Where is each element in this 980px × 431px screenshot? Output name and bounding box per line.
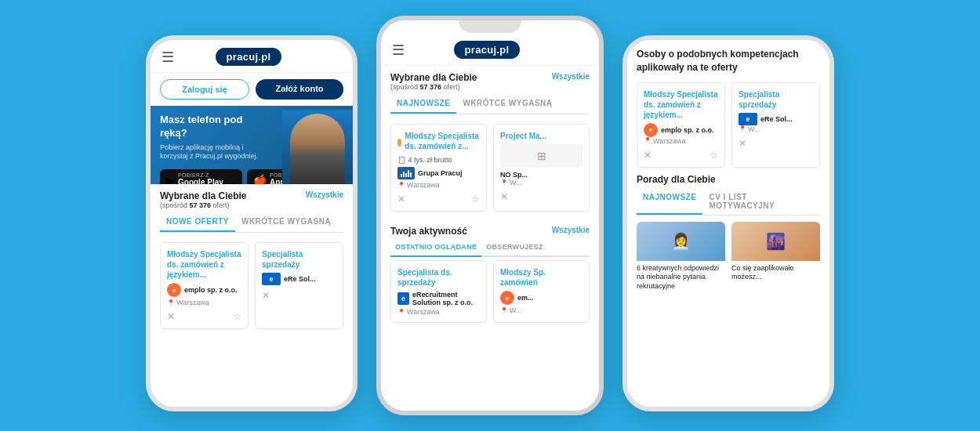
dismiss-icon-left-1[interactable]: ✕	[167, 311, 175, 322]
advice-image-2: 🌆	[731, 222, 820, 261]
activity-job-title-1: Specjalista ds. sprzedaży	[397, 267, 480, 288]
bar-3	[405, 173, 407, 177]
erecruiter-activity-logo: e	[397, 292, 409, 305]
right-offer-card-1[interactable]: Młodszy Specjalista ds. zamówień z język…	[637, 82, 725, 168]
right-company-row-1: e emplo sp. z o.o.	[644, 123, 718, 137]
tab-new-offers[interactable]: NOWE OFERTY	[160, 214, 235, 232]
job-title-center-1: Młodszy Specjalista ds. zamówień z...	[405, 131, 480, 151]
section-title-left: Wybrane dla Ciebie (spośród 57 376 ofert…	[160, 190, 246, 209]
porady-title: Porady dla Ciebie	[637, 174, 820, 185]
pin-icon-right-2: 📍	[739, 125, 746, 132]
porady-tabs: NAJNOWSZE CV I LIST MOTYWACYJNY	[637, 190, 820, 216]
star-icon-left-1[interactable]: ☆	[233, 311, 241, 322]
link-all-center[interactable]: Wszystkie	[552, 72, 590, 81]
activity-job-title-2: Młodszy Sp. zamówień	[500, 267, 583, 288]
advice-caption-2: Co się zaaplikowało możesz...	[731, 261, 820, 285]
section-header-center: Wybrane dla Ciebie (spośród 57 376 ofert…	[390, 72, 590, 91]
emplo-logo-right-1: e	[644, 123, 658, 137]
pin-icon-center-1: 📍	[397, 182, 405, 189]
job-salary-center-1: 📋 4 tys. zł brutto	[397, 156, 480, 164]
pin-icon-center-2: 📍	[500, 179, 508, 187]
pin-icon-activity-2: 📍	[500, 307, 508, 314]
tab-najnowsze-right[interactable]: NAJNOWSZE	[637, 190, 702, 215]
tabs-row-left: NOWE OFERTY WKRÓTCE WYGASNĄ	[160, 214, 343, 233]
hamburger-icon-left[interactable]: ☰	[162, 49, 174, 66]
phone-center-header: ☰ pracuj.pl	[381, 33, 599, 66]
offers-section-left: Wybrane dla Ciebie (spośród 57 376 ofert…	[151, 184, 353, 236]
apple-icon: 🍎	[253, 174, 267, 184]
job-card-left-1[interactable]: Młodszy Specjalista ds. zamówień z język…	[160, 242, 249, 329]
tab-recently-viewed[interactable]: OSTATNIO OGLĄDANE	[390, 240, 481, 257]
tabs-row-center: NAJNOWSZE WKRÓTCE WYGASNĄ	[390, 96, 590, 114]
offers-section-center: Wybrane dla Ciebie (spośród 57 376 ofert…	[381, 66, 599, 118]
location-center-2: 📍 W...	[500, 179, 583, 187]
phone-left-header: ☰ pracuj.pl	[151, 40, 353, 73]
advice-image-card-1[interactable]: 👩‍💼 6 kreatywnych odpowiedzi na niebanal…	[637, 222, 725, 295]
phone-center: ☰ pracuj.pl Wybrane dla Ciebie (spośród …	[376, 16, 604, 415]
company-name-left-1: emplo sp. z o.o.	[184, 286, 238, 294]
job-card-left-2[interactable]: Specjalista sprzedaży e eRe Sol... ✕	[255, 242, 343, 329]
activity-section-center: Twoja aktywność Wszystkie OSTATNIO OGLĄD…	[381, 219, 599, 260]
register-button[interactable]: Załóż konto	[256, 79, 343, 100]
google-play-badge[interactable]: ▶ POBIERZ Z Google Play	[160, 169, 242, 184]
advice-image-person-1: 👩‍💼	[671, 232, 691, 251]
pin-icon-right-1: 📍	[644, 137, 652, 144]
right-offers-cards: Młodszy Specjalista ds. zamówień z język…	[637, 82, 820, 168]
company-row-left-2: e eRe Sol...	[262, 273, 336, 285]
person-silhouette	[290, 114, 345, 184]
bar-2	[403, 172, 405, 177]
activity-cards-center: Specjalista ds. sprzedaży e eRecruitment…	[381, 260, 599, 329]
phone-notch	[459, 20, 521, 33]
activity-card-1[interactable]: Specjalista ds. sprzedaży e eRecruitment…	[390, 260, 487, 323]
right-offer-title-2: Specjalista sprzedaży	[739, 89, 813, 110]
section-titles-center: Wybrane dla Ciebie (spośród 57 376 ofert…	[390, 72, 477, 91]
activity-card-2[interactable]: Młodszy Sp. zamówień e em... 📍 W...	[493, 260, 590, 323]
company-name-left-2: eRe Sol...	[284, 275, 316, 283]
location-left-1: 📍 Warszawa	[167, 299, 241, 306]
google-play-name: Google Play	[178, 178, 223, 184]
login-button[interactable]: Zaloguj się	[160, 79, 249, 100]
job-title-center-2: Project Ma...	[500, 131, 583, 141]
hamburger-icon-center[interactable]: ☰	[392, 42, 405, 59]
activity-company-name-2: em...	[517, 294, 534, 302]
dismiss-icon-right-1[interactable]: ✕	[644, 150, 652, 161]
star-icon-center-1[interactable]: ☆	[471, 194, 480, 205]
right-offer-card-2[interactable]: Specjalista sprzedaży e eRe Sol... 📍 W..…	[731, 82, 820, 168]
logo-bars	[401, 169, 412, 177]
starred-dot-center	[397, 139, 401, 147]
star-icon-right-1[interactable]: ☆	[710, 150, 718, 161]
grupapracuj-logo-center	[397, 167, 415, 179]
emplo-activity-logo: e	[500, 291, 514, 305]
advice-image-card-2[interactable]: 🌆 Co się zaaplikowało możesz...	[731, 222, 820, 295]
promo-banner: Masz telefon pod ręką? Pobierz aplikację…	[151, 106, 353, 184]
link-all-left[interactable]: Wszystkie	[306, 190, 343, 199]
tab-cv-list[interactable]: CV I LIST MOTYWACYJNY	[702, 190, 820, 215]
dismiss-icon-center-1[interactable]: ✕	[397, 194, 405, 205]
dismiss-icon-right-2[interactable]: ✕	[739, 138, 746, 149]
job-cards-row-center: Młodszy Specjalista ds. zamówień z... 📋 …	[381, 118, 599, 218]
promo-subtitle: Pobierz aplikację mobilną i korzystaj z …	[160, 143, 262, 161]
dismiss-icon-left-2[interactable]: ✕	[262, 290, 270, 301]
erecruiter-logo-right-2: e	[739, 113, 757, 125]
google-play-icon: ▶	[166, 174, 175, 184]
activity-header-center: Twoja aktywność Wszystkie	[390, 226, 590, 237]
right-section-title: Osoby o podobnych kompetencjach aplikowa…	[637, 48, 820, 74]
bar-1	[401, 174, 402, 177]
right-location-2: 📍 W...	[739, 125, 813, 133]
activity-company-row-2: e em...	[500, 291, 583, 305]
activity-company-name-1: eRecruitment Solution sp. z o.o.	[412, 291, 480, 306]
tab-expiring-soon-left[interactable]: WKRÓTCE WYGASNĄ	[235, 214, 337, 232]
job-card-center-2[interactable]: Project Ma... ⊞ NO Sp... 📍 W... ✕	[493, 124, 590, 212]
right-card-actions-1: ✕ ☆	[644, 150, 718, 161]
job-card-center-1[interactable]: Młodszy Specjalista ds. zamówień z... 📋 …	[390, 124, 487, 212]
auth-buttons: Zaloguj się Załóż konto	[151, 73, 353, 106]
tab-najnowsze-center[interactable]: NAJNOWSZE	[390, 96, 456, 114]
dismiss-icon-center-2[interactable]: ✕	[500, 191, 508, 202]
right-card-actions-2: ✕	[739, 138, 813, 149]
phone-left: ☰ pracuj.pl Zaloguj się Załóż konto Masz…	[146, 35, 358, 411]
pin-icon-left-1: 📍	[167, 299, 175, 306]
emplo-logo-left-1: e	[167, 283, 181, 297]
tab-wygasna-center[interactable]: WKRÓTCE WYGASNĄ	[456, 96, 558, 114]
tab-watching[interactable]: OBSERWUJESZ	[481, 240, 548, 255]
activity-link-all-center[interactable]: Wszystkie	[552, 226, 590, 234]
